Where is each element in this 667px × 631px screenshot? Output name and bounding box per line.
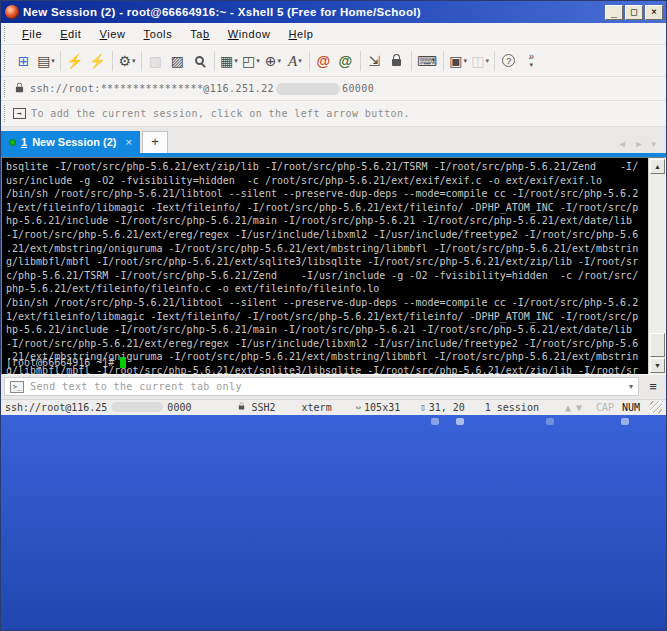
- compose-placeholder: Send text to the current tab only: [30, 381, 623, 392]
- chevron-down-icon: ▾: [529, 61, 533, 69]
- scroll-down-icon[interactable]: ▼: [650, 358, 665, 373]
- terminal-scrollbar[interactable]: ▲ ▼: [648, 158, 665, 374]
- cursor-position-value: 31, 20: [429, 402, 465, 413]
- new-window-button[interactable]: ◰▾: [240, 49, 262, 73]
- xftp-button[interactable]: @: [335, 49, 357, 73]
- toolbar-button-icon: ⚡: [66, 53, 83, 69]
- tab-close-icon[interactable]: ×: [125, 136, 131, 148]
- maximize-button[interactable]: □: [625, 5, 643, 20]
- status-terminal-size: ⇔ 105x31: [356, 402, 401, 413]
- taskbar-icon: [456, 418, 464, 425]
- menu-item-accelerator: b: [203, 28, 210, 40]
- arrow-down-icon: ▼: [576, 402, 582, 413]
- lock-screen-button[interactable]: [386, 49, 408, 73]
- redacted-host: [111, 402, 163, 412]
- toolbar-button-icon: ⌨: [417, 53, 437, 69]
- toolbar-separator: [411, 51, 412, 71]
- taskbar-sliver: [1, 415, 666, 631]
- lock-icon: [16, 87, 23, 93]
- status-session-url: ssh://root@116.25 0000: [5, 402, 191, 413]
- status-url-port: 0000: [167, 402, 191, 413]
- find-button[interactable]: [189, 49, 211, 73]
- terminal-line: .21/ext/mbstring/oniguruma -I/root/src/p…: [6, 242, 648, 256]
- address-bar[interactable]: ssh://root:****************@116.251.22 6…: [1, 77, 666, 101]
- terminal-line: hp-5.6.21/include -I/root/src/php-5.6.21…: [6, 214, 648, 228]
- menu-item-label: indow: [239, 28, 271, 40]
- toolbar-button-icon: ▨: [171, 53, 184, 69]
- help-button[interactable]: ?: [498, 49, 520, 73]
- toolbar-separator: [309, 51, 310, 71]
- paste-button[interactable]: ▨: [167, 49, 189, 73]
- menu-item-window[interactable]: Window: [219, 26, 280, 42]
- toolbar-button-icon: ◫: [471, 53, 484, 69]
- menu-item-accelerator: H: [289, 28, 298, 40]
- tab-index: 1: [21, 136, 27, 148]
- info-bar-text: To add the current session, click on the…: [31, 108, 410, 119]
- tile-windows-button: ◫▾: [469, 49, 491, 73]
- session-properties-button[interactable]: ⚙▾: [116, 49, 138, 73]
- toolbar-overflow-button[interactable]: »▾: [520, 49, 542, 73]
- compose-dropdown-icon[interactable]: ▾: [629, 382, 633, 391]
- close-button[interactable]: ×: [645, 5, 663, 20]
- redacted-host: [276, 83, 340, 95]
- tab-new-session[interactable]: 1 New Session (2) ×: [1, 131, 140, 153]
- virtual-keyboard-button[interactable]: ⌨: [415, 49, 440, 73]
- toolbar-separator: [60, 51, 61, 71]
- menu-item-label: iew: [107, 28, 125, 40]
- terminal-screen[interactable]: bsqlite -I/root/src/php-5.6.21/ext/zip/l…: [2, 158, 648, 374]
- tab-list-menu-icon[interactable]: ▾: [651, 139, 656, 149]
- web-browser-button[interactable]: ⊕▾: [262, 49, 284, 73]
- toolbar-button-icon: ⇲: [369, 53, 381, 69]
- toolbar-button-icon: ▧: [149, 53, 162, 69]
- menu-item-tools[interactable]: Tools: [135, 26, 182, 42]
- session-url-prefix: ssh://root:****************@116.251.22: [30, 83, 274, 94]
- toolbar-grip: [4, 50, 8, 72]
- compose-menu-icon[interactable]: ≡: [643, 379, 663, 394]
- print-button[interactable]: ▦▾: [218, 49, 240, 73]
- menu-item-label: ools: [150, 28, 173, 40]
- menu-item-file[interactable]: File: [13, 26, 51, 42]
- taskbar-icon: [621, 418, 629, 425]
- new-tab-button[interactable]: +: [142, 131, 168, 153]
- menu-item-edit[interactable]: Edit: [51, 26, 90, 42]
- toolbar-button-icon: ▦: [220, 53, 233, 69]
- compose-input[interactable]: >_ Send text to the current tab only ▾: [4, 377, 639, 396]
- terminal-line: /bin/sh /root/src/php-5.6.21/libtool --s…: [6, 187, 648, 201]
- fullscreen-button[interactable]: ⇲: [364, 49, 386, 73]
- caps-lock-indicator: CAP: [596, 402, 614, 413]
- xshell-logo-icon[interactable]: [5, 5, 19, 19]
- window-title: New Session (2) - root@66664916:~ - Xshe…: [23, 6, 605, 18]
- toolbar: ⊞ ▤▾ ⚡ ⚡ ⚙▾ ▧ ▨ ▦▾ ◰▾ ⊕▾ A▾: [1, 45, 666, 77]
- toolbar-button-icon: ⊕: [265, 53, 277, 69]
- status-scroll-arrows: ▲ ▼: [565, 402, 582, 413]
- toolbar-button-icon: [392, 59, 401, 66]
- title-bar: New Session (2) - root@66664916:~ - Xshe…: [1, 1, 666, 23]
- minimize-button[interactable]: _: [605, 5, 623, 20]
- xshell-button[interactable]: @: [313, 49, 335, 73]
- menu-item-view[interactable]: View: [91, 26, 135, 42]
- open-session-button[interactable]: ▤▾: [35, 49, 57, 73]
- menu-item-tab[interactable]: Tab: [181, 26, 219, 42]
- new-session-button[interactable]: ⊞: [13, 49, 35, 73]
- toolbar-button-icon: ?: [502, 54, 515, 67]
- terminal-line: usr/include -g -O2 -fvisibility=hidden -…: [6, 174, 648, 188]
- menu-item-help[interactable]: Help: [280, 26, 323, 42]
- taskbar-icon: [431, 418, 439, 425]
- terminal-prompt-row: [root@66664916 ~]#: [2, 354, 648, 368]
- info-bar: → To add the current session, click on t…: [1, 101, 666, 127]
- connect-button[interactable]: ⚡: [64, 49, 86, 73]
- terminal-line: -I/root/src/php-5.6.21/ext/ereg/regex -I…: [6, 337, 648, 351]
- toolbar-button-icon: @: [317, 53, 331, 69]
- window-resize-grip[interactable]: [650, 401, 662, 413]
- tab-navigation: ◄ ► ▾: [618, 139, 666, 153]
- menu-item-label: dit: [68, 28, 81, 40]
- shell-prompt: [root@66664916 ~]#: [6, 357, 120, 368]
- session-url-port: 60000: [342, 83, 374, 94]
- terminal-line: g/libmbfl/mbfl -I/root/src/php-5.6.21/ex…: [6, 255, 648, 269]
- scrollbar-thumb[interactable]: [650, 333, 665, 357]
- scroll-up-icon[interactable]: ▲: [650, 159, 665, 174]
- toolbar-button-icon: ▤: [37, 53, 50, 69]
- font-button[interactable]: A▾: [284, 49, 306, 73]
- new-tab-folder-button[interactable]: ▣▾: [447, 49, 469, 73]
- menu-item-accelerator: E: [60, 28, 68, 40]
